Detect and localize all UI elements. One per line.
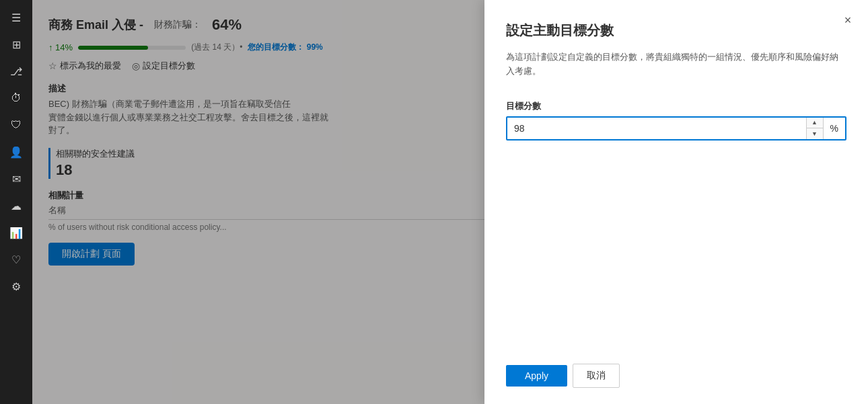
percent-label: %	[823, 118, 845, 139]
chart-icon[interactable]: 📊	[4, 220, 28, 245]
score-input-row: ▲ ▼ %	[506, 116, 846, 140]
close-button[interactable]: ×	[838, 11, 857, 30]
field-label: 目標分數	[506, 100, 846, 112]
dialog-footer: Apply 取消	[506, 364, 846, 388]
score-input[interactable]	[507, 118, 806, 139]
user-shield-icon[interactable]: 🛡	[4, 113, 28, 137]
history-icon[interactable]: ⏱	[4, 86, 28, 110]
person-icon[interactable]: 👤	[4, 140, 28, 164]
apply-button[interactable]: Apply	[506, 365, 567, 387]
dialog-panel: × 設定主動目標分數 為這項計劃設定自定義的目標分數，將貴組織獨特的一組情況、優…	[484, 0, 868, 404]
spinner-buttons: ▲ ▼	[806, 117, 823, 140]
increment-button[interactable]: ▲	[807, 117, 823, 128]
cancel-button[interactable]: 取消	[573, 364, 620, 388]
heart-icon[interactable]: ♡	[4, 247, 28, 272]
share-icon[interactable]: ⎇	[4, 59, 28, 83]
mail-icon[interactable]: ✉	[4, 167, 28, 191]
home-icon[interactable]: ⊞	[4, 32, 28, 56]
sidebar: ☰ ⊞ ⎇ ⏱ 🛡 👤 ✉ ☁ 📊 ♡ ⚙	[0, 0, 32, 404]
dialog-title: 設定主動目標分數	[506, 22, 846, 40]
dialog-description: 為這項計劃設定自定義的目標分數，將貴組織獨特的一組情況、優先順序和風險偏好納入考…	[506, 50, 846, 79]
menu-icon[interactable]: ☰	[4, 5, 28, 30]
settings-icon[interactable]: ⚙	[4, 274, 28, 298]
decrement-button[interactable]: ▼	[807, 128, 823, 140]
cloud-icon[interactable]: ☁	[4, 194, 28, 218]
